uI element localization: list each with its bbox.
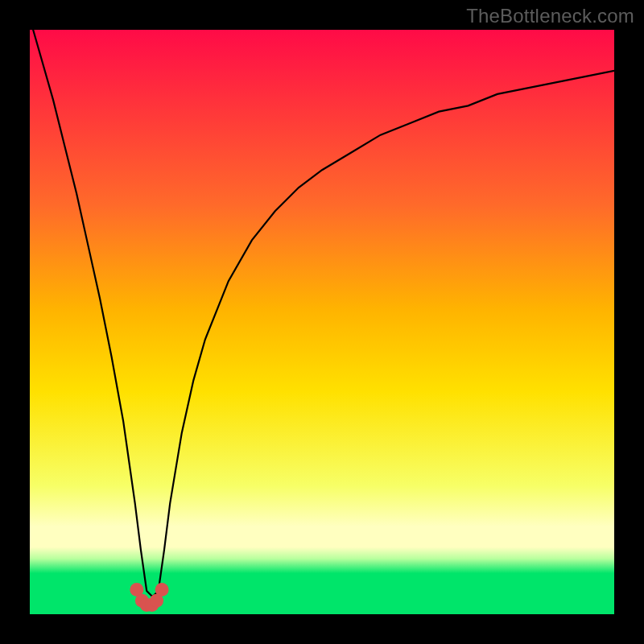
- chart-svg: [30, 30, 614, 614]
- chart-frame: TheBottleneck.com: [0, 0, 644, 644]
- watermark-text: TheBottleneck.com: [466, 5, 634, 27]
- plot-area: [30, 30, 614, 614]
- valley-marker: [155, 583, 169, 597]
- gradient-background: [30, 30, 614, 614]
